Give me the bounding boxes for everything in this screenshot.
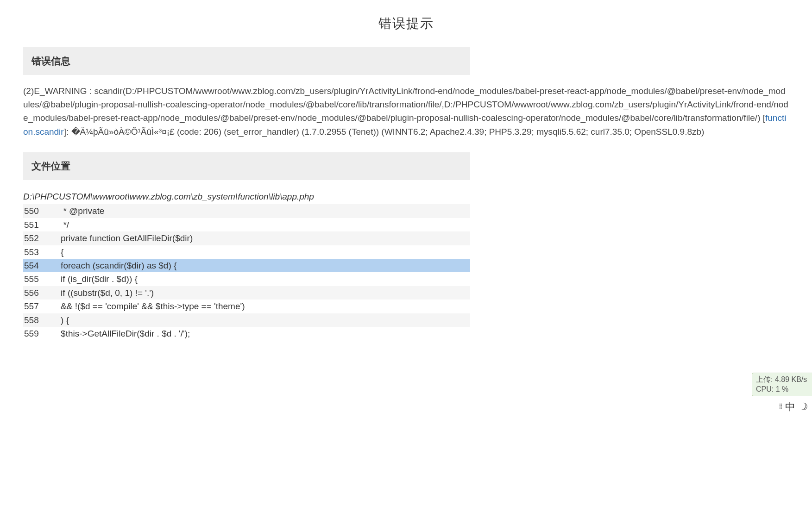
code-row: 553 { (23, 245, 470, 259)
error-info-header: 错误信息 (23, 47, 470, 75)
error-text-pre: (2)E_WARNING : scandir(D:/PHPCUSTOM/wwwr… (23, 86, 788, 123)
line-number: 559 (23, 327, 51, 340)
code-block: 550 * @private551 */552 private function… (23, 204, 470, 340)
code-row: 557 && !($d == 'compile' && $this->type … (23, 300, 470, 313)
code-content: $this->GetAllFileDir($dir . $d . '/'); (51, 327, 470, 340)
line-number: 554 (23, 259, 51, 272)
code-row: 552 private function GetAllFileDir($dir) (23, 231, 470, 245)
code-row: 556 if ((substr($d, 0, 1) != '.') (23, 286, 470, 300)
code-row: 559 $this->GetAllFileDir($dir . $d . '/'… (23, 327, 470, 340)
line-number: 556 (23, 286, 51, 300)
code-row: 550 * @private (23, 204, 470, 218)
code-content: ) { (51, 313, 470, 327)
line-number: 557 (23, 300, 51, 313)
file-path: D:\PHPCUSTOM\wwwroot\www.zblog.com\zb_sy… (23, 188, 789, 205)
code-content: foreach (scandir($dir) as $d) { (51, 259, 470, 272)
error-message: (2)E_WARNING : scandir(D:/PHPCUSTOM/wwwr… (23, 83, 789, 153)
code-content: * @private (51, 204, 470, 218)
line-number: 553 (23, 245, 51, 259)
code-content: if (is_dir($dir . $d)) { (51, 272, 470, 286)
code-row: 558 ) { (23, 313, 470, 327)
code-content: private function GetAllFileDir($dir) (51, 231, 470, 245)
line-number: 552 (23, 231, 51, 245)
line-number: 551 (23, 218, 51, 231)
code-row: 551 */ (23, 218, 470, 231)
line-number: 550 (23, 204, 51, 218)
code-row: 555 if (is_dir($dir . $d)) { (23, 272, 470, 286)
code-content: if ((substr($d, 0, 1) != '.') (51, 286, 470, 300)
code-content: && !($d == 'compile' && $this->type == '… (51, 300, 470, 313)
code-content: */ (51, 218, 470, 231)
error-container: 错误信息 (2)E_WARNING : scandir(D:/PHPCUSTOM… (23, 47, 789, 341)
page-title: 错误提示 (0, 0, 812, 47)
line-number: 558 (23, 313, 51, 327)
code-row: 554 foreach (scandir($dir) as $d) { (23, 259, 470, 272)
error-text-post: ]: �Ä¼þÃû»òÀ©Õ¹ÃûÌ«³¤¡£ (code: 206) (set… (64, 127, 705, 137)
file-location-header: 文件位置 (23, 152, 470, 180)
line-number: 555 (23, 272, 51, 286)
code-content: { (51, 245, 470, 259)
